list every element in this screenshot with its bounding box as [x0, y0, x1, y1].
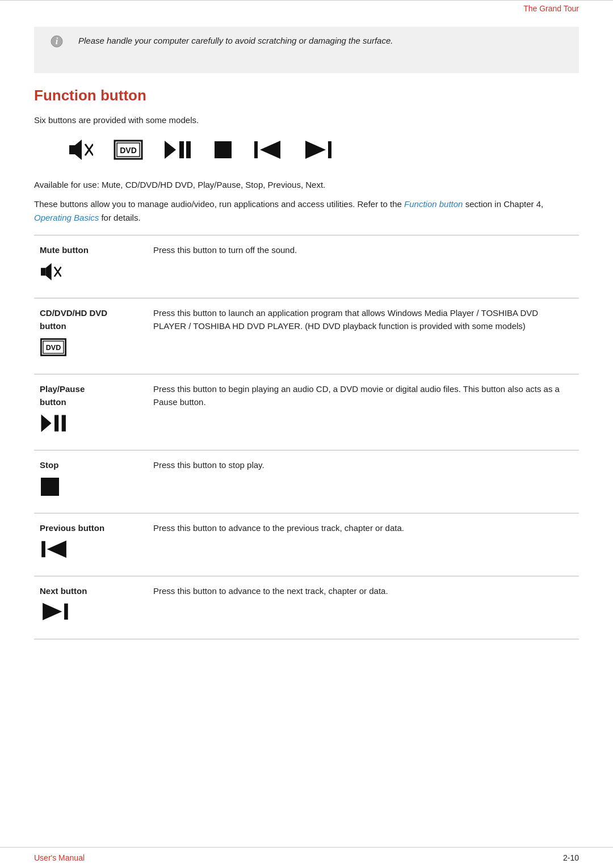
svg-rect-25 — [54, 415, 58, 431]
table-row: Mute button Press this button to turn of… — [34, 235, 579, 298]
svg-text:DVD: DVD — [46, 344, 61, 352]
svg-marker-18 — [46, 263, 52, 281]
svg-marker-15 — [305, 141, 326, 159]
mute-label-cell: Mute button — [34, 235, 148, 298]
operating-basics-link[interactable]: Operating Basics — [34, 213, 99, 222]
next-desc: Press this button to advance to the next… — [148, 576, 579, 639]
svg-marker-3 — [75, 140, 82, 160]
playpause-icon — [40, 412, 142, 443]
dvd-icon: DVD — [40, 336, 142, 366]
previous-label: Previous button — [40, 521, 142, 534]
next-icon-display — [303, 138, 333, 165]
icons-row: DVD — [68, 138, 579, 165]
info-text: Please handle your computer carefully to… — [78, 35, 393, 48]
table-row: Previous button Press this button to adv… — [34, 513, 579, 576]
svg-rect-17 — [41, 268, 46, 276]
table-row: Next button Press this button to advance… — [34, 576, 579, 639]
previous-icon — [40, 538, 142, 568]
svg-rect-11 — [186, 141, 191, 158]
svg-rect-28 — [41, 541, 45, 557]
stop-label: Stop — [40, 458, 142, 471]
info-icon: i — [44, 35, 69, 65]
dvd-label: CD/DVD/HD DVDbutton — [40, 306, 142, 333]
svg-rect-10 — [179, 141, 184, 158]
svg-rect-27 — [41, 478, 59, 496]
mute-icon-display — [68, 138, 93, 165]
svg-rect-16 — [328, 141, 331, 158]
next-label-cell: Next button — [34, 576, 148, 639]
playpause-label-cell: Play/Pausebutton — [34, 374, 148, 450]
svg-marker-9 — [165, 141, 176, 159]
top-title: The Grand Tour — [523, 4, 579, 13]
stop-desc: Press this button to stop play. — [148, 450, 579, 513]
section-heading: Function button — [34, 87, 579, 104]
intro-middle3: section in Chapter 4, — [465, 199, 544, 209]
intro-line3-text: These buttons allow you to manage audio/… — [34, 199, 402, 209]
previous-label-cell: Previous button — [34, 513, 148, 576]
svg-rect-12 — [215, 141, 232, 158]
mute-label: Mute button — [40, 243, 142, 256]
stop-icon-display — [213, 140, 233, 163]
svg-marker-29 — [47, 540, 66, 557]
dvd-label-cell: CD/DVD/HD DVDbutton DVD — [34, 298, 148, 374]
svg-marker-14 — [260, 141, 280, 159]
footer: User's Manual 2-10 — [0, 847, 613, 868]
function-button-link[interactable]: Function button — [404, 199, 463, 209]
playpause-label: Play/Pausebutton — [40, 382, 142, 409]
svg-rect-13 — [254, 141, 258, 158]
mute-desc: Press this button to turn off the sound. — [148, 235, 579, 298]
next-icon — [40, 601, 142, 631]
table-row: Play/Pausebutton Press this button to be… — [34, 374, 579, 450]
mute-icon — [40, 260, 142, 290]
previous-desc: Press this button to advance to the prev… — [148, 513, 579, 576]
stop-label-cell: Stop — [34, 450, 148, 513]
table-row: Stop Press this button to stop play. — [34, 450, 579, 513]
footer-left: User's Manual — [34, 853, 85, 862]
svg-rect-31 — [64, 604, 68, 620]
footer-right: 2-10 — [563, 853, 579, 862]
table-row: CD/DVD/HD DVDbutton DVD Press this butto… — [34, 298, 579, 374]
playpause-desc: Press this button to begin playing an au… — [148, 374, 579, 450]
intro-line2: Available for use: Mute, CD/DVD/HD DVD, … — [34, 178, 579, 192]
info-box: i Please handle your computer carefully … — [34, 27, 579, 73]
svg-rect-2 — [69, 145, 75, 154]
intro-line1: Six buttons are provided with some model… — [34, 113, 579, 127]
svg-rect-26 — [62, 415, 66, 431]
dvd-icon-display: DVD — [114, 138, 143, 165]
next-label: Next button — [40, 584, 142, 597]
page-container: The Grand Tour i Please handle your comp… — [0, 0, 613, 868]
intro-end3: for details. — [101, 213, 140, 222]
previous-icon-display — [253, 138, 283, 165]
playpause-icon-display — [163, 138, 193, 165]
svg-marker-24 — [41, 414, 51, 432]
content: Six buttons are provided with some model… — [34, 113, 579, 639]
stop-icon — [40, 475, 142, 505]
svg-text:DVD: DVD — [120, 146, 137, 155]
svg-marker-30 — [43, 603, 62, 620]
intro-line3: These buttons allow you to manage audio/… — [34, 197, 579, 225]
dvd-desc: Press this button to launch an applicati… — [148, 298, 579, 374]
button-table: Mute button Press this button to turn of… — [34, 235, 579, 639]
svg-text:i: i — [56, 36, 58, 46]
top-bar: The Grand Tour — [0, 0, 613, 16]
